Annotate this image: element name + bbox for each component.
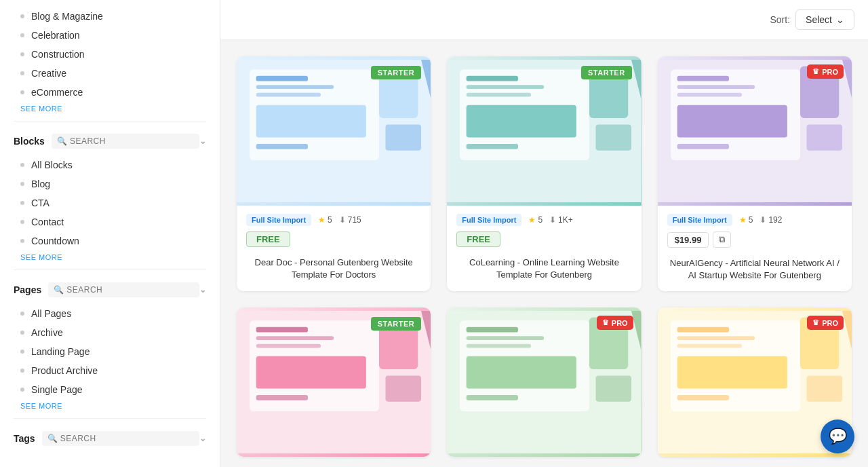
svg-rect-3 — [256, 85, 334, 89]
svg-rect-4 — [256, 93, 321, 97]
cards-grid: STARTER Full Site Import ★5 ⬇715 FREE De… — [220, 40, 868, 467]
pages-search-input[interactable] — [66, 285, 194, 295]
svg-rect-32 — [256, 327, 308, 333]
svg-rect-12 — [467, 76, 518, 81]
pages-search-box[interactable]: 🔍 — [48, 282, 199, 297]
svg-rect-38 — [386, 376, 421, 402]
blocks-search-box[interactable]: 🔍 — [52, 134, 199, 149]
card-meta: Full Site Import ★5 ⬇715 — [237, 206, 431, 229]
card-clean[interactable]: ♛PRO — [447, 307, 641, 457]
top-bar: Sort: Select ⌄ — [220, 0, 868, 40]
pages-item-single-page[interactable]: Single Page — [0, 380, 220, 399]
card-colearning[interactable]: STARTER Full Site Import ★5 ⬇1K+ FREE Co… — [447, 56, 641, 291]
card-dear-doc[interactable]: STARTER Full Site Import ★5 ⬇715 FREE De… — [237, 56, 431, 291]
card-title: NeurAIGency - Artificial Neural Network … — [658, 255, 852, 291]
tags-search-input[interactable] — [60, 434, 194, 443]
sort-select-button[interactable]: Select ⌄ — [795, 10, 854, 30]
sidebar: Blog & MagazineCelebrationConstructionCr… — [0, 0, 220, 467]
blocks-item-all-blocks[interactable]: All Blocks — [0, 155, 220, 174]
starter-badge: STARTER — [581, 66, 632, 79]
tags-search-box[interactable]: 🔍 — [42, 431, 199, 446]
svg-rect-18 — [596, 124, 631, 150]
blocks-header: Blocks 🔍 ⌄ — [0, 127, 220, 155]
downloads: ⬇715 — [339, 215, 361, 225]
svg-rect-35 — [256, 356, 366, 389]
crown-icon: ♛ — [812, 67, 819, 76]
svg-rect-34 — [256, 344, 321, 348]
svg-rect-25 — [677, 105, 787, 138]
sidebar-item-creative[interactable]: Creative — [0, 64, 220, 83]
crown-icon: ♛ — [602, 318, 609, 327]
pages-chevron[interactable]: ⌄ — [199, 285, 206, 295]
card-thumbnail: ♛PRO — [658, 56, 852, 206]
pages-item-archive[interactable]: Archive — [0, 323, 220, 342]
sort-select-label: Select — [806, 14, 832, 25]
svg-rect-24 — [677, 93, 741, 97]
svg-rect-5 — [256, 105, 366, 138]
chat-button[interactable]: 💬 — [821, 419, 854, 453]
sidebar-item-ecommerce[interactable]: eCommerce — [0, 83, 220, 102]
card-title: Dear Doc - Personal Gutenberg Website Te… — [237, 254, 431, 291]
sidebar-item-celebration[interactable]: Celebration — [0, 26, 220, 45]
card-neuraigency[interactable]: ♛PRO Full Site Import ★5 ⬇192 $19.99 ⧉ N… — [658, 56, 852, 291]
pages-item-all-pages[interactable]: All Pages — [0, 304, 220, 323]
card-thumbnail: STARTER — [237, 56, 431, 206]
sidebar-item-construction[interactable]: Construction — [0, 45, 220, 64]
sort-chevron-icon: ⌄ — [836, 14, 844, 25]
svg-rect-52 — [677, 327, 728, 333]
starter-badge: STARTER — [371, 317, 422, 331]
svg-rect-22 — [677, 76, 728, 81]
svg-rect-8 — [386, 124, 421, 150]
blocks-item-cta[interactable]: CTA — [0, 193, 220, 212]
card-price: FREE — [447, 229, 641, 254]
full-site-badge: Full Site Import — [246, 214, 311, 226]
svg-rect-36 — [256, 395, 308, 400]
downloads: ⬇1K+ — [549, 215, 573, 225]
svg-rect-54 — [677, 344, 741, 348]
blocks-item-blog[interactable]: Blog — [0, 174, 220, 193]
card-movie[interactable]: STARTER — [237, 307, 431, 457]
blocks-see-more[interactable]: SEE MORE — [0, 250, 220, 264]
pages-see-more[interactable]: SEE MORE — [0, 399, 220, 413]
blocks-search-icon: 🔍 — [57, 136, 67, 146]
tags-label: Tags — [14, 433, 35, 444]
svg-rect-46 — [467, 395, 518, 400]
rating: ★5 — [739, 215, 753, 225]
main-content: Sort: Select ⌄ STARTER Full Site Import … — [220, 0, 868, 467]
pages-item-landing-page[interactable]: Landing Page — [0, 342, 220, 361]
starter-badge: STARTER — [371, 66, 422, 79]
pages-item-product-archive[interactable]: Product Archive — [0, 361, 220, 380]
blocks-search-input[interactable] — [70, 136, 194, 146]
tags-chevron[interactable]: ⌄ — [199, 434, 206, 443]
copy-button[interactable]: ⧉ — [713, 231, 731, 248]
rating: ★5 — [528, 215, 542, 225]
full-site-badge: Full Site Import — [456, 214, 521, 226]
svg-rect-15 — [467, 105, 576, 138]
svg-rect-26 — [677, 144, 728, 149]
price-paid: $19.99 — [667, 232, 709, 248]
categories-see-more[interactable]: SEE MORE — [0, 102, 220, 115]
svg-rect-48 — [596, 376, 631, 402]
blocks-item-countdown[interactable]: Countdown — [0, 231, 220, 250]
rating: ★5 — [318, 215, 332, 225]
card-meta: Full Site Import ★5 ⬇192 — [658, 206, 852, 229]
svg-rect-28 — [806, 124, 842, 150]
card-meta: Full Site Import ★5 ⬇1K+ — [447, 206, 641, 229]
svg-rect-33 — [256, 337, 334, 341]
card-title: CoLearning - Online Learning Website Tem… — [447, 254, 641, 291]
svg-rect-13 — [467, 85, 545, 89]
pages-label: Pages — [14, 284, 41, 295]
svg-rect-44 — [467, 344, 531, 348]
sidebar-item-blog-&-magazine[interactable]: Blog & Magazine — [0, 7, 220, 26]
svg-rect-55 — [677, 356, 787, 389]
svg-rect-2 — [256, 76, 308, 81]
svg-rect-58 — [806, 376, 842, 402]
blocks-chevron[interactable]: ⌄ — [199, 136, 206, 146]
svg-rect-16 — [467, 144, 518, 149]
blocks-item-contact[interactable]: Contact — [0, 212, 220, 231]
svg-rect-14 — [467, 93, 531, 97]
pro-badge: ♛PRO — [807, 316, 844, 330]
pages-search-icon: 🔍 — [54, 285, 64, 295]
card-price: $19.99 ⧉ — [658, 229, 852, 255]
blocks-label: Blocks — [14, 136, 45, 147]
